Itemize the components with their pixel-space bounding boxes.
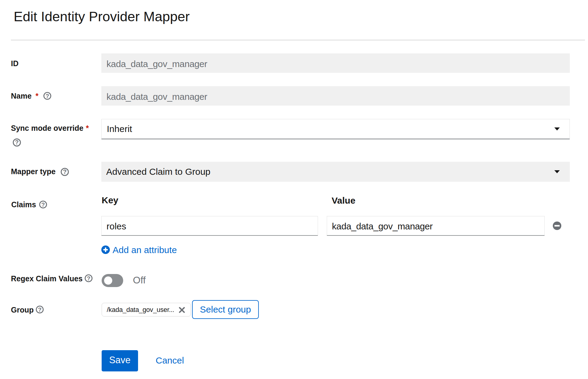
svg-text:?: ?: [15, 139, 19, 146]
svg-text:?: ?: [46, 93, 49, 99]
svg-text:?: ?: [63, 168, 66, 175]
svg-text:?: ?: [87, 275, 90, 282]
svg-text:?: ?: [41, 201, 45, 208]
svg-text:?: ?: [38, 306, 42, 313]
